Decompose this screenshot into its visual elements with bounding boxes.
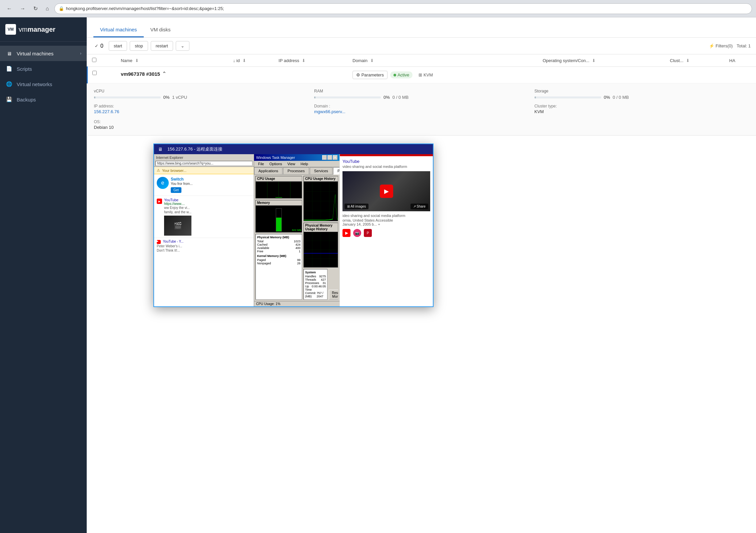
os-info: OS: Debian 10 (94, 119, 309, 130)
storage-bar-bg (535, 96, 601, 98)
sidebar-item-scripts[interactable]: 📄 Scripts (0, 61, 87, 76)
metrics-grid: vCPU 0% 1 vCPU (94, 89, 750, 100)
col-domain[interactable]: Domain ⬇ (348, 54, 538, 67)
col-name[interactable]: Name ⬇ (116, 54, 228, 67)
tm-stat-cached: Cached424 (257, 243, 300, 246)
rp-instagram-icon[interactable]: 📷 (353, 229, 361, 237)
edge-promo: e Switch You fror from... Get (154, 174, 254, 196)
parameters-button[interactable]: ⚙ Parameters (352, 71, 388, 79)
yt-result-1-title[interactable]: YouTube (164, 198, 191, 202)
table-row: vm967378 #3015 ⌃ ⚙ Parameters Ac (87, 67, 756, 83)
tm-cpu-history-graph (304, 182, 338, 221)
select-all-checkbox[interactable] (92, 58, 96, 62)
vm-table: Name ⬇ ↓ id ⬇ IP address ⬇ Domain ⬇ Oper… (87, 54, 756, 136)
logo-text: vmmanager (19, 26, 55, 33)
sidebar-item-virtual-machines[interactable]: 🖥 Virtual machines › (0, 46, 87, 61)
kvm-button[interactable]: ⊞ KVM (415, 71, 436, 79)
stop-button[interactable]: stop (130, 41, 148, 51)
rp-play-button[interactable]: ▶ (380, 185, 393, 198)
tm-mem-history-section: Physical Memory Usage History (303, 223, 338, 268)
storage-metric: Storage 0% 0 / 0 MB (535, 89, 750, 100)
row-cluster-cell (665, 67, 725, 83)
sidebar-item-backups[interactable]: 💾 Backups (0, 92, 87, 107)
vm-logo-icon: VM (5, 24, 16, 35)
storage-info: 0% 0 / 0 MB (535, 95, 750, 100)
filter-icon: ⚡ (709, 43, 714, 48)
tm-tab-applications[interactable]: Applications (254, 167, 282, 174)
row-ha-cell (725, 67, 756, 83)
sidebar-item-virtual-networks[interactable]: 🌐 Virtual networks (0, 76, 87, 92)
remote-desktop-window[interactable]: 🖥 156.227.6.76 - 远程桌面连接 Internet Explore… (153, 144, 434, 307)
tm-stat-threads: Threads427 (305, 278, 326, 281)
tm-minimize-button[interactable]: _ (322, 155, 327, 160)
cpu-history-svg (304, 182, 338, 221)
tm-maximize-button[interactable]: □ (327, 155, 332, 160)
sidebar-item-label: Virtual machines (17, 51, 54, 56)
vcpu-info: 0% 1 vCPU (94, 95, 309, 100)
remote-titlebar-icon: 🖥 (158, 147, 163, 152)
vm-name: vm967378 #3015 ⌃ (121, 71, 223, 77)
restart-button[interactable]: restart (151, 41, 173, 51)
address-bar[interactable]: 🔒 hongkong.profitserver.net/vm/manager/h… (54, 3, 752, 14)
os-value: Debian 10 (94, 125, 309, 130)
col-ip[interactable]: IP address ⬇ (274, 54, 348, 67)
tm-tab-services[interactable]: Services (310, 167, 332, 174)
tm-menu-options[interactable]: Options (267, 161, 285, 167)
rp-youtube-icon[interactable]: ▶ (342, 229, 350, 237)
inner-browser-bar: Internet Explorer https://www.bing.com/s… (154, 154, 254, 167)
tm-stat-nonpaged: Nonpaged26 (257, 262, 300, 265)
col-id[interactable]: ↓ id ⬇ (228, 54, 274, 67)
inner-browser-address[interactable]: https://www.bing.com/search?q=you... (155, 161, 252, 166)
tm-title: Windows Task Manager (256, 156, 295, 160)
tm-tab-processes[interactable]: Processes (283, 167, 309, 174)
tm-menu-view[interactable]: View (285, 161, 298, 167)
toolbar: ✓ 0 start stop restart ⌄ ⚡ Filters(0) To… (87, 38, 756, 54)
tm-close-button[interactable]: ✕ (333, 155, 337, 160)
tab-virtual-machines[interactable]: Virtual machines (93, 23, 144, 37)
resource-monitor-button[interactable]: Resource Monitor... (329, 290, 338, 300)
yt-result-1-desc: ww Enjoy the vi... family, and the w... (164, 206, 191, 214)
rp-youtube-title[interactable]: YouTube (342, 159, 430, 164)
forward-button[interactable]: → (17, 4, 28, 13)
col-checkbox[interactable] (87, 54, 116, 67)
tm-cpu-history-title: CPU Usage History (304, 176, 338, 182)
browser-chrome: ← → ↻ ⌂ 🔒 hongkong.profitserver.net/vm/m… (0, 0, 756, 17)
cluster-info: Cluster type: KVM (535, 104, 750, 114)
start-button[interactable]: start (109, 41, 127, 51)
yt-result-1-url: https://www.... (164, 202, 191, 206)
tm-stat-free: Free1 (257, 250, 300, 253)
row-checkbox-cell[interactable] (87, 67, 116, 83)
tab-vm-disks[interactable]: VM disks (144, 23, 177, 37)
rp-description: ideo sharing and social media platform (342, 213, 430, 218)
tm-menu-help[interactable]: Help (298, 161, 311, 167)
tm-mem-history-graph (304, 232, 338, 268)
rp-pinterest-icon[interactable]: P (364, 229, 372, 237)
tm-tab-performance[interactable]: Performance (333, 167, 339, 175)
refresh-button[interactable]: ↻ (31, 4, 40, 13)
back-button[interactable]: ← (4, 4, 15, 13)
tm-bottom-stats: System Handles9275 Threads427 Processes3… (303, 269, 338, 300)
col-ha[interactable]: HA (725, 54, 756, 67)
inner-browser-title: Internet Explorer (155, 155, 252, 160)
row-checkbox[interactable] (92, 71, 97, 75)
domain-value: mgwx66.pserv... (314, 109, 529, 114)
vcpu-metric: vCPU 0% 1 vCPU (94, 89, 309, 100)
virtual-networks-icon: 🌐 (5, 80, 13, 88)
col-os[interactable]: Operating system/Con... ⬇ (538, 54, 665, 67)
ip-sort-icon: ⬇ (302, 58, 305, 63)
tm-menu-file[interactable]: File (255, 161, 267, 167)
more-actions-button[interactable]: ⌄ (176, 41, 189, 51)
tm-left-col: CPU Usage Memory (255, 176, 302, 300)
expand-icon[interactable]: ⌃ (162, 71, 166, 77)
tm-cpu-history-section: CPU Usage History (303, 176, 338, 221)
rp-share-button[interactable]: ↗ Share (411, 204, 428, 209)
tm-memory-bar-container: 622 MB (256, 206, 302, 232)
home-button[interactable]: ⌂ (43, 4, 52, 13)
get-edge-button[interactable]: Get (171, 187, 181, 193)
ip-value[interactable]: 156.227.6.76 (94, 109, 309, 114)
id-sort-icon: ⬇ (242, 58, 246, 63)
rp-all-images-button[interactable]: ⊞ All images (344, 204, 368, 209)
filter-button[interactable]: ⚡ Filters(0) (709, 43, 733, 48)
col-cluster[interactable]: Clust... ⬇ (665, 54, 725, 67)
cluster-sort-icon: ⬇ (686, 58, 690, 63)
